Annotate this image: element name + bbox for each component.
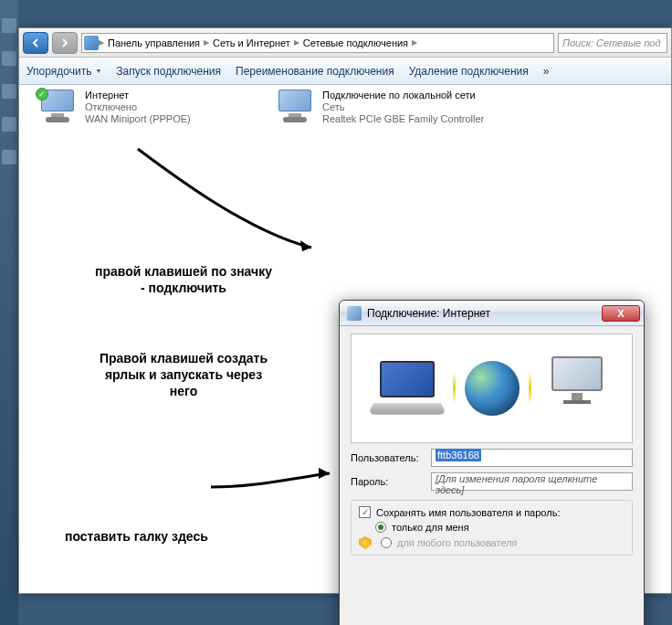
password-row: Пароль: [Для изменения пароля щелкните з… [351,472,633,491]
shield-icon [359,536,372,549]
only-me-label: только для меня [392,522,469,533]
save-credentials-checkbox[interactable]: ✓ [359,506,371,518]
nav-forward-button[interactable] [52,32,78,54]
status-badge-icon: ✓ [36,88,48,101]
chevron-right-icon[interactable]: ▶ [412,38,417,47]
delete-connection-button[interactable]: Удаление подключения [409,65,529,78]
breadcrumb-item[interactable]: Сетевые подключения [299,34,412,52]
dialog-body: Пользователь: fttb36168 Пароль: [Для изм… [340,326,644,625]
any-user-label: для любого пользователя [397,537,518,548]
desktop-icon[interactable] [2,84,16,99]
nav-back-button[interactable] [23,32,48,54]
dialog-titlebar[interactable]: Подключение: Интернет X [340,301,644,326]
content-pane: ✓ Интернет Отключено WAN Miniport (PPPOE… [19,85,671,593]
connection-name: Интернет [85,90,191,101]
connection-item-lan[interactable]: Подключение по локальной сети Сеть Realt… [275,90,484,126]
connection-device: WAN Miniport (PPPOE) [85,113,191,124]
username-label: Пользователь: [351,452,425,463]
username-value: fttb36168 [436,449,481,461]
toolbar: Упорядочить ▼ Запуск подключения Переиме… [19,58,671,85]
explorer-window: ▶ Панель управления ▶ Сеть и Интернет ▶ … [18,27,672,594]
username-input[interactable]: fttb36168 [431,449,633,467]
annotation-text: поставить галку здесь [65,528,208,545]
organize-menu[interactable]: Упорядочить ▼ [26,65,101,78]
save-credentials-checkbox-row[interactable]: ✓ Сохранять имя пользователя и пароль: [359,506,625,518]
chevron-down-icon: ▼ [95,68,101,74]
dialog-icon [347,306,362,321]
desktop-pc-icon [541,356,614,420]
connect-dialog: Подключение: Интернет X Пользователь: [339,300,645,625]
close-button[interactable]: X [602,305,640,322]
start-connection-button[interactable]: Запуск подключения [116,65,221,78]
dialog-illustration [351,334,633,443]
save-credentials-label: Сохранять имя пользователя и пароль: [376,507,560,518]
globe-icon [465,361,520,416]
connection-icon [275,90,315,126]
organize-label: Упорядочить [26,65,91,78]
annotation-text: Правой клавишей создать ярлык и запускат… [92,350,275,400]
desktop-icon[interactable] [2,150,16,164]
connection-item-internet[interactable]: ✓ Интернет Отключено WAN Miniport (PPPOE… [37,90,191,126]
password-input[interactable]: [Для изменения пароля щелкните здесь] [431,472,633,491]
desktop-background [0,0,18,625]
connection-status: Сеть [322,101,484,112]
address-bar-row: ▶ Панель управления ▶ Сеть и Интернет ▶ … [19,28,671,58]
desktop-icon[interactable] [2,51,16,66]
desktop-icon[interactable] [2,18,16,33]
search-input[interactable]: Поиск: Сетевые под [558,33,667,53]
breadcrumb-item[interactable]: Сеть и Интернет [209,34,294,52]
any-user-radio[interactable] [381,537,392,548]
desktop-icon[interactable] [2,117,16,132]
annotation-text: правой клавишей по значку - подключить [92,263,275,296]
any-user-radio-row[interactable]: для любого пользователя [375,536,625,549]
only-me-radio-row[interactable]: только для меня [375,522,625,533]
dialog-title: Подключение: Интернет [367,307,596,320]
save-credentials-group: ✓ Сохранять имя пользователя и пароль: т… [351,500,633,556]
more-menu[interactable]: » [543,65,550,78]
rename-connection-button[interactable]: Переименование подключения [236,65,394,78]
password-label: Пароль: [351,476,425,487]
breadcrumb-bar[interactable]: ▶ Панель управления ▶ Сеть и Интернет ▶ … [81,33,554,53]
laptop-icon [371,361,444,416]
breadcrumb-item[interactable]: Панель управления [104,34,204,52]
connection-icon: ✓ [37,90,78,126]
connection-device: Realtek PCIe GBE Family Controller [322,113,484,124]
svg-marker-1 [319,468,330,479]
control-panel-icon [84,36,99,50]
username-row: Пользователь: fttb36168 [351,449,633,467]
connection-status: Отключено [85,101,191,112]
only-me-radio[interactable] [375,522,386,533]
svg-marker-0 [300,240,311,251]
connection-name: Подключение по локальной сети [322,90,484,101]
